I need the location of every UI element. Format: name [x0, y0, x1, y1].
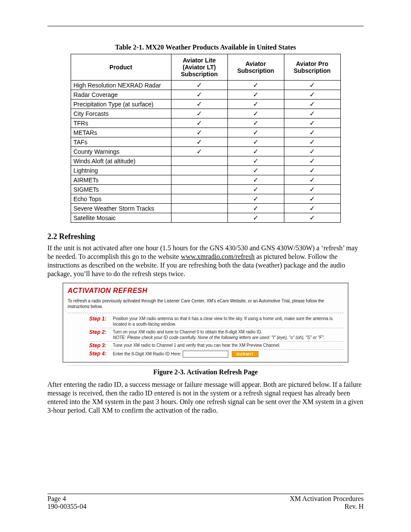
- check-cell: ✓: [284, 194, 340, 204]
- product-name-cell: Satellite Mosaic: [71, 213, 171, 223]
- check-cell: [171, 156, 227, 166]
- product-name-cell: AIRMETs: [71, 175, 171, 185]
- table-row: Winds Aloft (at altitude)✓✓: [71, 156, 340, 166]
- table-row: TFRs✓✓✓: [71, 118, 340, 128]
- page-footer: Page 4 XM Activation Procedures 190-0035…: [47, 494, 364, 510]
- product-name-cell: High Resolution NEXRAD Radar: [71, 81, 171, 90]
- check-cell: ✓: [227, 204, 284, 213]
- step-text: Turn on your XM radio and tune to Channe…: [113, 329, 325, 340]
- check-cell: ✓: [171, 100, 227, 109]
- check-cell: ✓: [284, 100, 340, 109]
- product-name-cell: Echo Tops: [71, 194, 171, 204]
- th-lite: Aviator Lite (Aviator LT) Subscription: [171, 54, 227, 81]
- product-name-cell: SIGMETs: [71, 185, 171, 194]
- check-cell: ✓: [284, 137, 340, 147]
- refreshing-paragraph-2: After entering the radio ID, a success m…: [47, 380, 364, 415]
- top-rule: [47, 26, 364, 26]
- check-cell: [171, 194, 227, 204]
- footer-left-bottom: 190-00355-04: [47, 503, 87, 510]
- check-cell: ✓: [227, 118, 284, 128]
- step-row: Step 1:Position your XM radio antenna so…: [89, 315, 343, 328]
- figure-caption: Figure 2-3. Activation Refresh Page: [47, 368, 364, 376]
- check-cell: ✓: [284, 213, 340, 223]
- product-name-cell: Precipitation Type (at surface): [71, 100, 171, 109]
- check-cell: [171, 204, 227, 213]
- check-cell: ✓: [227, 147, 284, 156]
- activation-refresh-screenshot: ACTIVATION REFRESH To refresh a radio pr…: [62, 283, 349, 363]
- check-cell: ✓: [284, 81, 340, 90]
- th-pro: Aviator Pro Subscription: [284, 54, 340, 81]
- step-text: Enter the 8-Digit XM Radio ID Here: SUBM…: [113, 351, 258, 358]
- table-row: Lightning✓✓: [71, 166, 340, 175]
- check-cell: ✓: [227, 109, 284, 118]
- step-label: Step 1:: [89, 316, 113, 322]
- product-name-cell: TAFs: [71, 137, 171, 147]
- check-cell: ✓: [227, 166, 284, 175]
- check-cell: ✓: [284, 147, 340, 156]
- check-cell: ✓: [227, 90, 284, 100]
- check-cell: ✓: [227, 128, 284, 137]
- th-aviator: Aviator Subscription: [227, 54, 284, 81]
- section-heading-refreshing: 2.2 Refreshing: [47, 232, 364, 241]
- check-cell: [171, 213, 227, 223]
- check-cell: ✓: [171, 128, 227, 137]
- step-row: Step 3:Tune your XM radio to Channel 1 a…: [89, 342, 343, 350]
- product-name-cell: Severe Weather Storm Tracks: [71, 204, 171, 213]
- table-caption: Table 2-1. MX20 Weather Products Availab…: [47, 44, 364, 51]
- step-row: Step 4:Enter the 8-Digit XM Radio ID Her…: [89, 350, 343, 358]
- check-cell: ✓: [171, 147, 227, 156]
- th-product: Product: [71, 54, 171, 81]
- refresh-url-link[interactable]: www.xmradio.com/refresh: [181, 253, 255, 260]
- check-cell: ✓: [227, 100, 284, 109]
- step-text: Position your XM radio antenna so that i…: [113, 316, 343, 327]
- footer-rule: [47, 494, 364, 494]
- table-row: Satellite Mosaic✓✓: [71, 213, 340, 223]
- check-cell: ✓: [171, 137, 227, 147]
- check-cell: ✓: [227, 194, 284, 204]
- refreshing-paragraph-1: If the unit is not activated after one h…: [47, 244, 364, 278]
- submit-button[interactable]: SUBMIT: [232, 351, 259, 357]
- check-cell: ✓: [171, 109, 227, 118]
- check-cell: ✓: [284, 109, 340, 118]
- product-name-cell: County Warnings: [71, 147, 171, 156]
- check-cell: ✓: [227, 81, 284, 90]
- table-row: Precipitation Type (at surface)✓✓✓: [71, 100, 340, 109]
- check-cell: ✓: [284, 156, 340, 166]
- table-row: Radar Coverage✓✓✓: [71, 90, 340, 100]
- table-row: Echo Tops✓✓: [71, 194, 340, 204]
- product-name-cell: Lightning: [71, 166, 171, 175]
- table-row: High Resolution NEXRAD Radar✓✓✓: [71, 81, 340, 90]
- step-label: Step 2:: [89, 329, 113, 335]
- check-cell: ✓: [227, 137, 284, 147]
- check-cell: ✓: [227, 213, 284, 223]
- table-row: AIRMETs✓✓: [71, 175, 340, 185]
- step-row: Step 2:Turn on your XM radio and tune to…: [89, 328, 343, 342]
- check-cell: [171, 185, 227, 194]
- check-cell: [171, 175, 227, 185]
- check-cell: ✓: [227, 175, 284, 185]
- product-name-cell: Winds Aloft (at altitude): [71, 156, 171, 166]
- check-cell: ✓: [171, 118, 227, 128]
- radio-id-input[interactable]: [183, 351, 228, 358]
- product-name-cell: Radar Coverage: [71, 90, 171, 100]
- step-text: Tune your XM radio to Channel 1 and veri…: [113, 342, 280, 348]
- check-cell: ✓: [284, 118, 340, 128]
- check-cell: ✓: [171, 90, 227, 100]
- dash-rule-bottom: [68, 365, 343, 366]
- step-label: Step 3:: [89, 342, 113, 348]
- step-label: Step 4:: [89, 351, 113, 357]
- product-name-cell: City Forcasts: [71, 109, 171, 118]
- product-name-cell: METARs: [71, 128, 171, 137]
- table-row: SIGMETs✓✓: [71, 185, 340, 194]
- check-cell: ✓: [284, 90, 340, 100]
- footer-right-top: XM Activation Procedures: [290, 495, 364, 503]
- table-row: County Warnings✓✓✓: [71, 147, 340, 156]
- check-cell: ✓: [227, 185, 284, 194]
- footer-right-bottom: Rev. H: [345, 503, 364, 510]
- table-row: METARs✓✓✓: [71, 128, 340, 137]
- activation-refresh-intro: To refresh a radio previously activated …: [68, 298, 343, 309]
- check-cell: ✓: [171, 81, 227, 90]
- product-name-cell: TFRs: [71, 118, 171, 128]
- table-row: TAFs✓✓✓: [71, 137, 340, 147]
- table-row: City Forcasts✓✓✓: [71, 109, 340, 118]
